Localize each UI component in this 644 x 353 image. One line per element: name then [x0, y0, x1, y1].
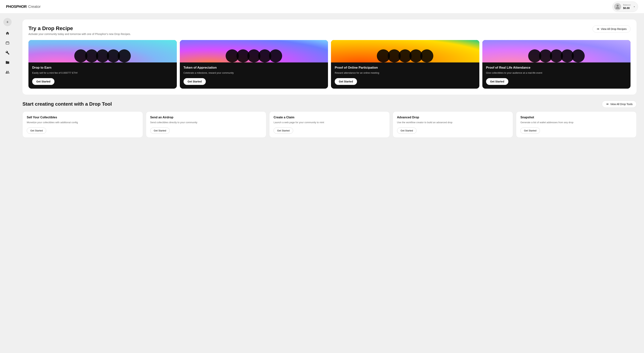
sidebar-item-team[interactable]: [3, 68, 12, 76]
tool-card-send-airdrop[interactable]: Send an Airdrop Send collectibles direct…: [146, 111, 266, 138]
layout: +: [0, 0, 644, 150]
sidebar: +: [0, 13, 15, 353]
tool-card-advanced-drop[interactable]: Advanced Drop Use the workflow creator t…: [393, 111, 513, 138]
recipe-card-desc-1: Easily sell for a mint fee of 0.000777 E…: [32, 71, 173, 75]
view-all-tools-button[interactable]: View All Drop Tools: [602, 101, 636, 108]
tool-get-started-btn-3[interactable]: Get Started: [274, 127, 293, 134]
tool-cards-grid: Sell Your Collectibles Monetize your col…: [22, 111, 636, 138]
tool-card-title-2: Send an Airdrop: [150, 116, 262, 119]
tool-card-title-3: Create a Claim: [274, 116, 386, 119]
view-all-recipes-label: View All Drop Recipes: [601, 27, 626, 30]
drop-recipes-subtitle: Activate your community today and tomorr…: [28, 32, 131, 35]
logo-subtitle: Creator: [28, 4, 40, 9]
recipe-card-image-1: [28, 40, 177, 62]
tool-card-title-4: Advanced Drop: [397, 116, 509, 119]
sidebar-item-collections[interactable]: [3, 39, 12, 47]
balance-info: Balance: $0.00: [623, 3, 631, 9]
bubble: [118, 49, 131, 62]
recipe-get-started-btn-4[interactable]: Get Started: [486, 78, 508, 85]
recipe-card-title-2: Token of Appreciation: [184, 66, 324, 69]
tool-get-started-btn-5[interactable]: Get Started: [520, 127, 540, 134]
recipe-card-title-4: Proof of Real Life Attendance: [486, 66, 627, 69]
recipe-get-started-btn-1[interactable]: Get Started: [32, 78, 54, 85]
tool-card-desc-3: Launch a web page for your community to …: [274, 121, 386, 124]
drop-tools-header: Start creating content with a Drop Tool …: [22, 101, 636, 108]
tool-card-title-5: Snapshot: [520, 116, 632, 119]
sidebar-item-tools[interactable]: [3, 49, 12, 57]
chevron-down-icon: ▾: [634, 5, 635, 8]
add-button[interactable]: +: [3, 18, 12, 26]
view-all-recipes-button[interactable]: View All Drop Recipes: [592, 25, 630, 32]
recipe-cards-grid: Drop to Earn Easily sell for a mint fee …: [28, 40, 630, 89]
recipe-card-body-1: Drop to Earn Easily sell for a mint fee …: [28, 62, 177, 89]
avatar: [614, 3, 621, 10]
recipe-card-body-2: Token of Appreciation Celebrate a milest…: [180, 62, 328, 89]
list-icon: [606, 103, 609, 106]
recipe-card-title-1: Drop to Earn: [32, 66, 173, 69]
tool-card-desc-4: Use the workflow creator to build an adv…: [397, 121, 509, 124]
recipe-get-started-btn-3[interactable]: Get Started: [335, 78, 357, 85]
list-icon: [596, 27, 600, 30]
recipe-card-proof-real-life[interactable]: Proof of Real Life Attendance Give colle…: [482, 40, 631, 89]
tools-icon: [6, 51, 10, 55]
recipe-card-token-appreciation[interactable]: Token of Appreciation Celebrate a milest…: [180, 40, 328, 89]
collection-icon: [6, 41, 10, 45]
recipe-card-title-3: Proof of Online Participation: [335, 66, 476, 69]
drop-recipes-title: Try a Drop Recipe: [28, 25, 131, 31]
bubbles-decoration: [331, 40, 479, 62]
bubbles-decoration: [28, 40, 177, 62]
drop-recipes-header: Try a Drop Recipe Activate your communit…: [28, 25, 630, 35]
sidebar-item-home[interactable]: [3, 29, 12, 37]
folder-icon: [6, 60, 10, 64]
bubble: [420, 49, 433, 62]
tool-card-snapshot[interactable]: Snapshot Generate a list of wallet addre…: [516, 111, 636, 138]
recipe-card-desc-2: Celebrate a milestone, reward your commu…: [184, 71, 324, 75]
recipe-card-desc-4: Give collectibles to your audience at a …: [486, 71, 627, 75]
bubbles-decoration: [482, 40, 631, 62]
bubble: [269, 49, 282, 62]
balance-label: Balance:: [623, 3, 631, 6]
bubbles-decoration: [180, 40, 328, 62]
view-all-tools-label: View All Drop Tools: [610, 103, 632, 106]
tool-get-started-btn-2[interactable]: Get Started: [150, 127, 170, 134]
recipe-get-started-btn-2[interactable]: Get Started: [184, 78, 206, 85]
header-right: Balance: $0.00 ▾: [612, 1, 638, 12]
tool-card-desc-5: Generate a list of wallet addresses from…: [520, 121, 632, 124]
tool-card-create-claim[interactable]: Create a Claim Launch a web page for you…: [269, 111, 390, 138]
balance-widget[interactable]: Balance: $0.00 ▾: [612, 1, 638, 12]
main-content: Try a Drop Recipe Activate your communit…: [15, 13, 644, 150]
recipe-card-drop-to-earn[interactable]: Drop to Earn Easily sell for a mint fee …: [28, 40, 177, 89]
drop-tools-section: Start creating content with a Drop Tool …: [22, 101, 636, 138]
drop-tools-title: Start creating content with a Drop Tool: [22, 101, 112, 107]
bubble: [572, 49, 585, 62]
logo-brand: PHOSPHOR: [6, 4, 26, 9]
sidebar-item-folder[interactable]: [3, 58, 12, 66]
recipe-card-proof-online[interactable]: Proof of Online Participation Reward att…: [331, 40, 479, 89]
drop-recipes-section: Try a Drop Recipe Activate your communit…: [22, 19, 636, 95]
header: PHOSPHOR Creator Balance: $0.00 ▾: [0, 0, 644, 13]
recipe-card-image-3: [331, 40, 479, 62]
recipe-card-desc-3: Reward attendance for an online meeting: [335, 71, 476, 75]
recipe-card-image-2: [180, 40, 328, 62]
tool-card-title-1: Sell Your Collectibles: [27, 116, 139, 119]
tool-card-desc-1: Monetize your collectibles with addition…: [27, 121, 139, 124]
home-icon: [6, 31, 10, 35]
balance-value: $0.00: [623, 6, 631, 10]
recipe-card-image-4: [482, 40, 631, 62]
tool-card-sell-collectibles[interactable]: Sell Your Collectibles Monetize your col…: [22, 111, 143, 138]
team-icon: [6, 70, 10, 74]
recipe-card-body-4: Proof of Real Life Attendance Give colle…: [482, 62, 631, 89]
tool-get-started-btn-4[interactable]: Get Started: [397, 127, 416, 134]
tool-get-started-btn-1[interactable]: Get Started: [27, 127, 46, 134]
tool-card-desc-2: Send collectibles directly to your commu…: [150, 121, 262, 124]
user-icon: [615, 4, 620, 9]
drop-recipes-heading: Try a Drop Recipe Activate your communit…: [28, 25, 131, 35]
logo: PHOSPHOR Creator: [6, 4, 40, 9]
recipe-card-body-3: Proof of Online Participation Reward att…: [331, 62, 479, 89]
